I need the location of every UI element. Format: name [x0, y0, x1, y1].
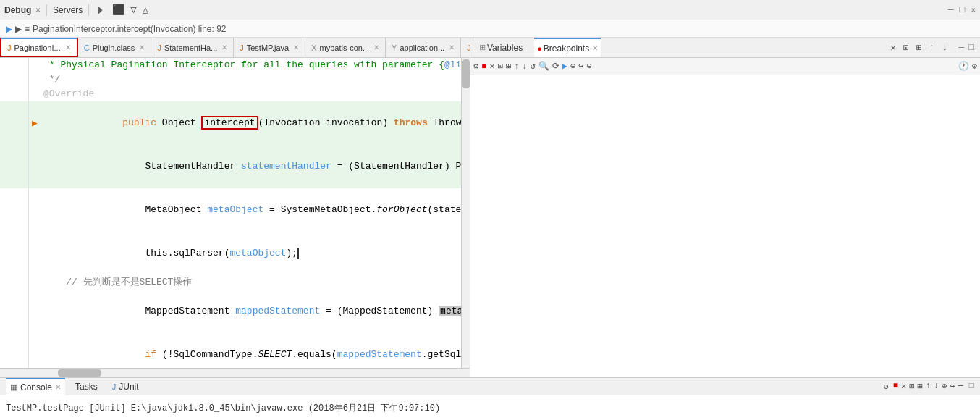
console-tool2[interactable]: ■ [893, 381, 898, 392]
debug-area-icon-right1[interactable]: 🕐 [958, 61, 969, 72]
tab-testmp[interactable]: J TestMP.java ✕ [234, 38, 305, 57]
tab-statementha[interactable]: J StatementHa... ✕ [151, 38, 234, 57]
debug-area-icon1[interactable]: ⚙ [473, 61, 478, 72]
tab-junit[interactable]: J JUnit [108, 378, 143, 395]
tab-close-testmp[interactable]: ✕ [293, 43, 299, 51]
right-panel: ⊞ Variables ● Breakpoints ✕ ✕ ⊡ ⊞ ↑ ↓ — … [470, 38, 980, 377]
code-line-comment1: // 先判断是不是SELECT操作 [0, 275, 461, 290]
breakpoints-tool4[interactable]: ↑ [927, 42, 937, 54]
editor-tab-bar: J PaginationI... ✕ C Plugin.class ✕ J St… [0, 38, 470, 58]
tab-tasks[interactable]: Tasks [71, 378, 102, 395]
horizontal-scrollbar[interactable] [0, 368, 470, 377]
tab-pagination[interactable]: J PaginationI... ✕ [0, 38, 78, 57]
debug-label: Debug [4, 5, 31, 15]
tab-plugin[interactable]: C Plugin.class ✕ [78, 38, 152, 57]
debug-nav-icon-4[interactable]: △ [143, 4, 148, 16]
console-tool10[interactable]: — [958, 381, 963, 392]
breadcrumb-text: PaginationInterceptor.intercept(Invocati… [33, 24, 227, 34]
right-tab-icons: ✕ ⊡ ⊞ ↑ ↓ — □ [888, 42, 974, 54]
debug-nav-icon-1[interactable]: ⏵ [96, 4, 106, 16]
tab-icon-statementha: J [157, 43, 161, 52]
debug-area-icon6[interactable]: ↑ [514, 62, 519, 72]
console-close[interactable]: ✕ [55, 383, 61, 391]
debug-area-icon-right2[interactable]: ⚙ [972, 61, 977, 72]
console-tool5[interactable]: ⊞ [917, 381, 922, 392]
tab-application[interactable]: Y application... ✕ [386, 38, 461, 57]
breakpoints-tool1[interactable]: ✕ [888, 42, 898, 54]
code-line-metaobject: MetaObject metaObject = SystemMetaObject… [0, 188, 461, 232]
breakpoints-close[interactable]: ✕ [592, 44, 598, 52]
editor-pane: J PaginationI... ✕ C Plugin.class ✕ J St… [0, 38, 470, 377]
breakpoints-tool3[interactable]: ⊞ [914, 42, 924, 54]
debug-area-icon13[interactable]: ↪ [578, 61, 583, 72]
console-tool11[interactable]: □ [969, 381, 974, 392]
tab-mybatiscon[interactable]: X mybatis-con... ✕ [305, 38, 386, 57]
hscroll-thumb[interactable] [58, 369, 101, 377]
bottom-content: TestMP.testPage [JUnit] E:\java\jdk1.8.0… [0, 395, 980, 420]
breadcrumb-bar: ▶ ▶ ≡ PaginationInterceptor.intercept(In… [0, 20, 980, 38]
debug-maximize2[interactable]: □ [968, 42, 974, 54]
console-tool3[interactable]: ✕ [901, 381, 906, 392]
debug-area-icon4[interactable]: ⊡ [498, 61, 503, 72]
code-line-sqlparser: this.sqlParser(metaObject); [0, 232, 461, 275]
tab-label-application: application... [400, 43, 444, 52]
code-line-if1: if (!SqlCommandType.SELECT.equals(mapped… [0, 333, 461, 368]
console-icon: ▦ [10, 382, 17, 392]
tab-variables[interactable]: ⊞ Variables [476, 38, 525, 57]
console-tool4[interactable]: ⊡ [909, 381, 914, 392]
tab-variables-label: Variables [487, 43, 523, 53]
code-line-statementhandler: StatementHandler statementHandler = (Sta… [0, 145, 461, 188]
breakpoints-content [470, 75, 980, 377]
tab-mybatissqlse[interactable]: J MybatisSqlSe... ✕ [461, 38, 470, 57]
tab-close-mybatiscon[interactable]: ✕ [373, 43, 379, 51]
debug-minimize2[interactable]: — [958, 42, 964, 54]
tab-breakpoints[interactable]: ● Breakpoints ✕ [534, 38, 601, 57]
debug-close-icon[interactable]: ✕ [35, 5, 41, 14]
breakpoints-tool5[interactable]: ↓ [940, 42, 950, 54]
debug-area-icon12[interactable]: ⊕ [570, 61, 575, 72]
vertical-scrollbar[interactable] [461, 58, 470, 368]
console-tool9[interactable]: ↪ [950, 381, 955, 392]
breadcrumb-icon2: ▶ [15, 24, 22, 34]
tab-icon-application: Y [392, 43, 397, 52]
tab-close-application[interactable]: ✕ [449, 43, 455, 51]
debug-area-icon10[interactable]: ⟳ [552, 61, 559, 72]
debug-area-icon14[interactable]: ⊖ [586, 61, 591, 72]
debug-nav-icon-3[interactable]: ▽ [130, 4, 136, 16]
debug-area-icon9[interactable]: 🔍 [538, 61, 549, 72]
servers-label: Servers [53, 5, 83, 15]
debug-area-icon8[interactable]: ↺ [531, 61, 536, 72]
debug-minimize-icon[interactable]: — [948, 4, 954, 15]
breakpoints-tool2[interactable]: ⊡ [901, 42, 911, 54]
tab-close-plugin[interactable]: ✕ [139, 43, 145, 51]
code-editor[interactable]: * Physical Pagination Interceptor for al… [0, 58, 461, 368]
console-tool6[interactable]: ↑ [926, 381, 931, 392]
breakpoints-icon: ● [537, 44, 542, 53]
console-tool8[interactable]: ⊕ [942, 381, 947, 392]
debug-close2-icon[interactable]: ✕ [971, 5, 976, 14]
debug-area-icon11[interactable]: ▶ [562, 61, 567, 72]
tab-icon-mybatiscon: X [311, 43, 316, 52]
debug-maximize-icon[interactable]: □ [960, 4, 966, 15]
execution-arrow-icon: ▶ [32, 117, 38, 129]
code-line: */ [0, 72, 461, 87]
debug-area-icon2[interactable]: ■ [481, 62, 486, 72]
console-tool1[interactable]: ↺ [882, 381, 890, 392]
scrollbar-thumb[interactable] [462, 59, 470, 88]
debug-area: ⚙ ■ ✕ ⊡ ⊞ ↑ ↓ ↺ 🔍 ⟳ ▶ ⊕ ↪ ⊖ 🕐 ⚙ [470, 58, 980, 377]
code-line-mappedstatement: MappedStatement mappedStatement = (Mappe… [0, 290, 461, 333]
bottom-tab-bar: ▦ Console ✕ Tasks J JUnit ↺ ■ ✕ ⊡ ⊞ ↑ ↓ … [0, 378, 980, 395]
debug-area-icon7[interactable]: ↓ [522, 62, 527, 72]
breadcrumb-icon: ▶ [6, 24, 12, 34]
console-tool7[interactable]: ↓ [934, 381, 939, 392]
tab-label-testmp: TestMP.java [247, 43, 290, 52]
code-line-intercept: ▶ public Object intercept(Invocation inv… [0, 101, 461, 145]
tab-close-statementha[interactable]: ✕ [221, 43, 227, 51]
debug-area-icon5[interactable]: ⊞ [506, 61, 511, 72]
tab-label-plugin: Plugin.class [93, 43, 135, 52]
debug-nav-icon-2[interactable]: ⬛ [112, 4, 124, 16]
tab-console[interactable]: ▦ Console ✕ [6, 378, 65, 395]
code-line: @Override [0, 87, 461, 101]
debug-area-icon3[interactable]: ✕ [489, 61, 494, 72]
tab-close-pagination[interactable]: ✕ [65, 43, 71, 51]
